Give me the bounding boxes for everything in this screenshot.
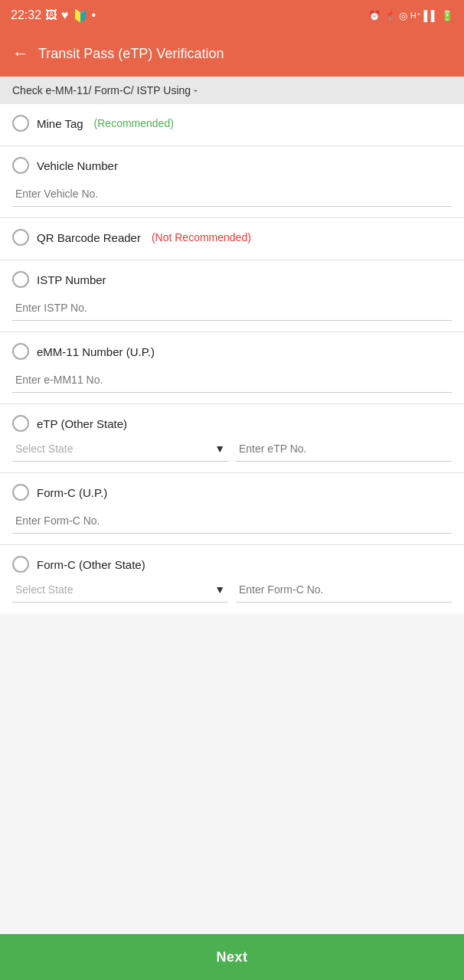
status-data-icon: H⁺ — [410, 11, 421, 21]
label-form-c-up: Form-C (U.P.) — [37, 486, 107, 499]
option-etp-other-state: eTP (Other State) Select State ▼ — [0, 404, 464, 473]
select-state-etp[interactable]: Select State ▼ — [12, 436, 228, 462]
etp-inline-row: Select State ▼ — [12, 436, 452, 462]
status-signal-icon: ▌▌ — [424, 10, 438, 21]
back-button[interactable]: ← — [12, 45, 29, 62]
form-c-inline-row: Select State ▼ — [12, 577, 452, 603]
options-list: Mine Tag (Recommended) Vehicle Number QR… — [0, 104, 464, 613]
label-emm11-number: eMM-11 Number (U.P.) — [37, 345, 155, 358]
option-qr-barcode: QR Barcode Reader (Not Recommended) — [0, 218, 464, 260]
option-istp-number: ISTP Number — [0, 260, 464, 332]
label-istp-number: ISTP Number — [37, 273, 106, 286]
status-right-icons: ⏰ 📍 ◎ H⁺ ▌▌ 🔋 — [368, 10, 453, 21]
radio-emm11-number[interactable] — [12, 343, 29, 360]
input-form-c-no[interactable] — [236, 577, 452, 603]
section-label: Check e-MM-11/ Form-C/ ISTP Using - — [0, 77, 464, 104]
label-qr-barcode: QR Barcode Reader — [37, 231, 141, 244]
label-mine-tag: Mine Tag — [37, 117, 83, 130]
select-state-form-c-placeholder: Select State — [15, 583, 211, 596]
status-icon-shield: 🔰 — [73, 8, 88, 23]
radio-istp-number[interactable] — [12, 271, 29, 288]
header-title: Transit Pass (eTP) Verification — [38, 46, 224, 62]
input-form-c-up[interactable] — [12, 508, 452, 534]
status-time: 22:32 — [11, 8, 41, 22]
radio-form-c-up[interactable] — [12, 484, 29, 501]
select-arrow-form-c: ▼ — [214, 583, 225, 596]
radio-etp-other-state[interactable] — [12, 415, 29, 432]
app-header: ← Transit Pass (eTP) Verification — [0, 31, 464, 77]
radio-mine-tag[interactable] — [12, 115, 29, 132]
option-mine-tag: Mine Tag (Recommended) — [0, 104, 464, 146]
input-etp-no[interactable] — [236, 436, 452, 462]
status-wifi-icon: ◎ — [399, 10, 407, 21]
option-vehicle-number: Vehicle Number — [0, 146, 464, 218]
option-emm11-number: eMM-11 Number (U.P.) — [0, 332, 464, 404]
select-state-etp-placeholder: Select State — [15, 443, 211, 455]
radio-form-c-other-state[interactable] — [12, 556, 29, 573]
input-emm11-number[interactable] — [12, 368, 452, 393]
select-arrow-etp: ▼ — [214, 443, 225, 455]
status-icon-dot: • — [92, 8, 96, 22]
radio-vehicle-number[interactable] — [12, 157, 29, 174]
next-button[interactable]: Next — [0, 934, 464, 980]
label-etp-other-state: eTP (Other State) — [37, 417, 127, 430]
radio-qr-barcode[interactable] — [12, 229, 29, 246]
input-istp-number[interactable] — [12, 296, 452, 321]
option-form-c-up: Form-C (U.P.) — [0, 473, 464, 545]
select-state-form-c[interactable]: Select State ▼ — [12, 577, 228, 603]
status-icon-heart: ♥ — [61, 8, 69, 22]
status-battery-icon: 🔋 — [441, 10, 453, 21]
status-location-icon: 📍 — [384, 10, 396, 21]
badge-mine-tag: (Recommended) — [94, 117, 174, 129]
input-vehicle-number[interactable] — [12, 181, 452, 207]
label-form-c-other-state: Form-C (Other State) — [37, 558, 145, 571]
badge-qr-barcode: (Not Recommended) — [152, 231, 251, 243]
option-form-c-other-state: Form-C (Other State) Select State ▼ — [0, 545, 464, 613]
status-left: 22:32 🖼 ♥ 🔰 • — [11, 8, 96, 23]
label-vehicle-number: Vehicle Number — [37, 159, 118, 172]
status-alarm-icon: ⏰ — [368, 10, 381, 21]
status-bar: 22:32 🖼 ♥ 🔰 • ⏰ 📍 ◎ H⁺ ▌▌ 🔋 — [0, 0, 464, 31]
status-icon-camera: 🖼 — [45, 8, 57, 22]
